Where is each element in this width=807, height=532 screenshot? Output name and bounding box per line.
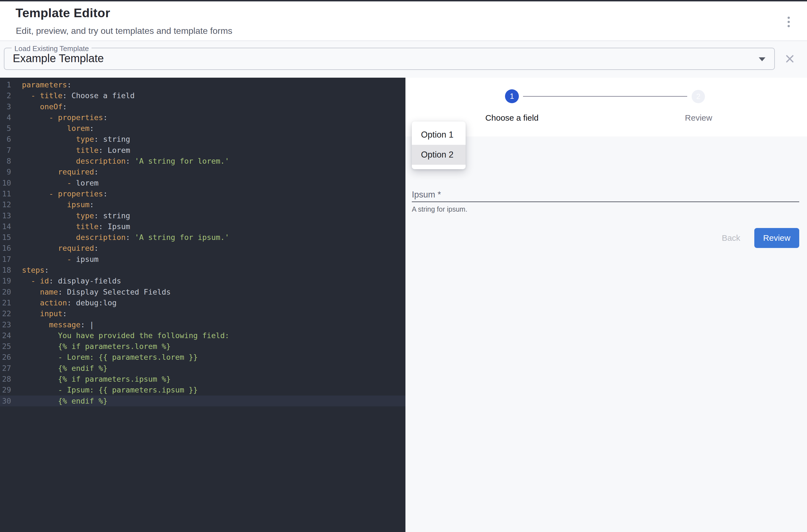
close-icon [786,55,794,63]
editor-line-12[interactable]: 12 ipsum: [0,199,405,210]
line-code: - properties: [22,112,108,123]
step-2-indicator: 2 [692,90,705,103]
load-template-select-value: Example Template [13,52,104,64]
code-editor[interactable]: 1parameters:2 - title: Choose a field3 o… [0,78,405,532]
step-2-number: 2 [696,92,700,101]
kebab-icon [788,25,790,27]
ipsum-helper-text: A string for ipsum. [412,205,467,213]
line-number: 4 [0,112,11,123]
line-code: type: string [22,134,130,145]
editor-line-15[interactable]: 15 description: 'A string for ipsum.' [0,232,405,243]
line-number: 28 [0,374,11,384]
line-code: You have provided the following field: [22,330,229,341]
page-title: Template Editor [16,6,110,20]
line-code: action: debug:log [22,297,116,308]
editor-line-2[interactable]: 2 - title: Choose a field [0,90,405,101]
stepper: 1 2 Choose a field Review [405,78,807,136]
editor-line-21[interactable]: 21 action: debug:log [0,297,405,308]
editor-line-25[interactable]: 25 {% if parameters.lorem %} [0,341,405,352]
editor-line-1[interactable]: 1parameters: [0,79,405,90]
menu-option-2[interactable]: Option 2 [412,145,466,165]
editor-line-4[interactable]: 4 - properties: [0,112,405,123]
editor-line-11[interactable]: 11 - properties: [0,188,405,199]
line-number: 9 [0,167,11,177]
editor-line-24[interactable]: 24 You have provided the following field… [0,330,405,341]
line-number: 7 [0,145,11,156]
line-number: 13 [0,210,11,221]
line-code: - lorem [22,177,98,188]
step-1-indicator: 1 [505,89,519,103]
line-code: parameters: [22,79,72,90]
load-template-bar: Load Existing Template Example Template [0,40,807,78]
line-number: 23 [0,319,11,330]
template-preview-panel: 1 2 Choose a field Review Option 1 Optio… [405,78,807,532]
line-code: message: | [22,319,94,330]
kebab-icon [788,17,790,19]
page-subtitle: Edit, preview, and try out templates and… [16,26,232,36]
ipsum-field-label: Ipsum * [412,190,441,200]
line-number: 25 [0,341,11,352]
template-editor-page: Template Editor Edit, preview, and try o… [0,0,807,532]
editor-line-22[interactable]: 22 input: [0,308,405,319]
editor-line-28[interactable]: 28 {% if parameters.ipsum %} [0,374,405,384]
ipsum-input[interactable]: Ipsum * [412,188,799,203]
editor-line-19[interactable]: 19 - id: display-fields [0,276,405,286]
editor-line-8[interactable]: 8 description: 'A string for lorem.' [0,156,405,167]
load-template-select[interactable]: Load Existing Template Example Template [4,48,775,70]
back-button[interactable]: Back [712,230,750,246]
kebab-icon [788,21,790,23]
editor-line-13[interactable]: 13 type: string [0,210,405,221]
line-code: required: [22,167,98,177]
editor-line-6[interactable]: 6 type: string [0,134,405,145]
editor-line-18[interactable]: 18steps: [0,265,405,276]
more-options-button[interactable] [784,14,794,30]
editor-line-16[interactable]: 16 required: [0,243,405,253]
line-number: 12 [0,199,11,210]
editor-line-30[interactable]: 30 {% endif %} [0,396,405,406]
editor-line-29[interactable]: 29 - Ipsum: {{ parameters.ipsum }} [0,384,405,395]
code-editor-lines: 1parameters:2 - title: Choose a field3 o… [0,79,405,406]
editor-line-26[interactable]: 26 - Lorem: {{ parameters.lorem }} [0,352,405,362]
editor-line-10[interactable]: 10 - lorem [0,177,405,188]
editor-line-23[interactable]: 23 message: | [0,319,405,330]
clear-template-button[interactable] [784,53,795,64]
ipsum-field-underline [412,202,799,202]
line-number: 22 [0,308,11,319]
line-code: steps: [22,265,49,276]
line-number: 30 [0,396,11,406]
line-code: title: Lorem [22,145,130,156]
chevron-down-icon [759,57,765,61]
step-2-label: Review [685,113,712,122]
line-number: 20 [0,286,11,297]
line-number: 2 [0,90,11,101]
editor-line-20[interactable]: 20 name: Display Selected Fields [0,286,405,297]
editor-line-5[interactable]: 5 lorem: [0,123,405,134]
line-code: {% endif %} [22,396,108,406]
line-code: {% endif %} [22,363,108,374]
editor-line-27[interactable]: 27 {% endif %} [0,363,405,374]
line-code: type: string [22,210,130,221]
line-number: 10 [0,177,11,188]
line-code: input: [22,308,67,319]
load-template-select-label: Load Existing Template [12,44,92,53]
line-code: - properties: [22,188,108,199]
line-code: - ipsum [22,254,98,265]
editor-line-14[interactable]: 14 title: Ipsum [0,221,405,232]
line-number: 29 [0,384,11,395]
line-code: required: [22,243,98,253]
editor-line-9[interactable]: 9 required: [0,167,405,177]
line-code: - title: Choose a field [22,90,134,101]
field-options-menu: Option 1 Option 2 [412,121,466,169]
review-button[interactable]: Review [754,228,799,248]
editor-line-7[interactable]: 7 title: Lorem [0,145,405,156]
line-code: - id: display-fields [22,276,121,286]
line-number: 5 [0,123,11,134]
line-number: 14 [0,221,11,232]
editor-line-3[interactable]: 3 oneOf: [0,101,405,112]
line-code: - Ipsum: {{ parameters.ipsum }} [22,384,198,395]
line-code: description: 'A string for lorem.' [22,156,229,167]
line-number: 8 [0,156,11,167]
menu-option-1[interactable]: Option 1 [412,125,466,145]
editor-line-17[interactable]: 17 - ipsum [0,254,405,265]
line-number: 3 [0,101,11,112]
